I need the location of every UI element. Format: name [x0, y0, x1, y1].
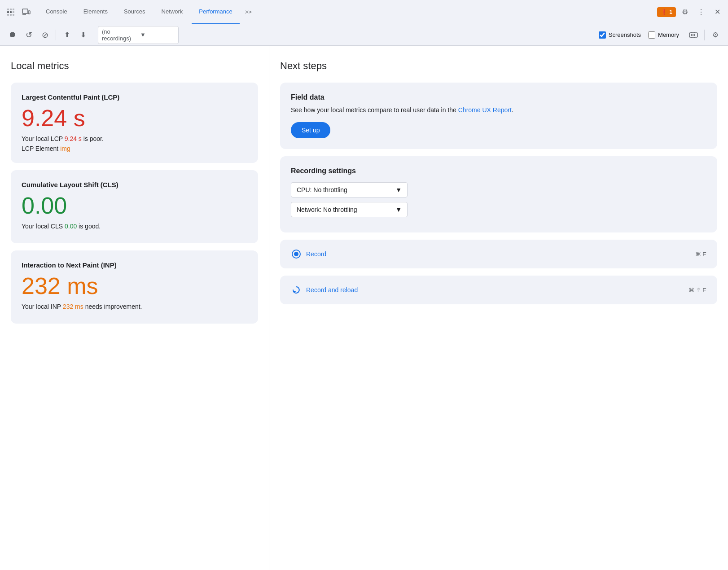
memory-check[interactable]: Memory: [648, 31, 679, 39]
cls-desc-prefix: Your local CLS: [22, 223, 65, 230]
load-profile-button[interactable]: ⬆: [60, 28, 74, 42]
field-data-desc-before: See how your local metrics compare to re…: [291, 106, 458, 114]
memory-checkbox[interactable]: [648, 31, 655, 39]
svg-rect-7: [10, 14, 12, 16]
inp-card: Interaction to Next Paint (INP) 232 ms Y…: [11, 250, 258, 324]
toolbar-settings-icon[interactable]: ⚙: [708, 28, 723, 42]
inp-name: Interaction to Next Paint (INP): [22, 261, 247, 269]
lcp-desc: Your local LCP 9.24 s is poor.: [22, 135, 247, 142]
svg-rect-6: [7, 14, 9, 16]
recordings-value: (no recordings): [102, 28, 136, 42]
lcp-value: 9.24 s: [22, 106, 247, 130]
inspect-icon[interactable]: [4, 5, 18, 19]
record-action-card[interactable]: Record ⌘ E: [280, 240, 717, 268]
nav-right: ❗ 1 ⚙ ⋮ ✕: [657, 5, 724, 19]
field-data-desc-after: .: [512, 106, 513, 114]
tab-sources[interactable]: Sources: [117, 0, 153, 24]
performance-toolbar: ⏺ ↺ ⊘ ⬆ ⬇ (no recordings) ▼ Screenshots …: [0, 24, 728, 46]
cls-card: Cumulative Layout Shift (CLS) 0.00 Your …: [11, 170, 258, 243]
next-steps-panel: Next steps Field data See how your local…: [269, 46, 728, 570]
network-throttling-label: Network: No throttling: [297, 206, 357, 213]
screenshots-label: Screenshots: [609, 31, 641, 38]
close-icon[interactable]: ✕: [710, 5, 724, 19]
svg-rect-5: [13, 11, 14, 13]
svg-rect-13: [691, 34, 692, 36]
record-action-label: Record: [306, 250, 326, 258]
network-throttling-dropdown[interactable]: Network: No throttling ▼: [291, 202, 408, 217]
nav-icon-group: [4, 5, 33, 19]
toolbar-sep-3: [704, 30, 705, 40]
save-profile-button[interactable]: ⬇: [76, 28, 90, 42]
reload-record-button[interactable]: ↺: [22, 28, 36, 42]
lcp-desc-suffix: is poor.: [82, 135, 104, 142]
svg-rect-8: [13, 14, 14, 16]
tab-console[interactable]: Console: [39, 0, 75, 24]
recording-settings-card: Recording settings CPU: No throttling ▼ …: [280, 156, 717, 232]
more-options-icon[interactable]: ⋮: [694, 5, 708, 19]
svg-rect-1: [10, 9, 12, 10]
record-shortcut: ⌘ E: [695, 251, 706, 258]
setup-button[interactable]: Set up: [291, 122, 330, 138]
network-dropdown-arrow: ▼: [395, 206, 402, 213]
lcp-name: Largest Contentful Paint (LCP): [22, 93, 247, 101]
recordings-dropdown[interactable]: (no recordings) ▼: [98, 26, 179, 44]
field-data-title: Field data: [291, 93, 706, 101]
memory-label: Memory: [658, 31, 679, 38]
screenshots-checkbox[interactable]: [599, 31, 606, 39]
svg-rect-4: [13, 9, 14, 10]
cpu-throttling-label: CPU: No throttling: [297, 186, 347, 193]
local-metrics-panel: Local metrics Largest Contentful Paint (…: [0, 46, 269, 570]
error-badge[interactable]: ❗ 1: [657, 7, 676, 17]
svg-rect-2: [7, 11, 9, 13]
cls-name: Cumulative Layout Shift (CLS): [22, 181, 247, 189]
tab-performance[interactable]: Performance: [192, 0, 239, 24]
svg-rect-15: [694, 34, 695, 36]
svg-rect-9: [22, 9, 28, 13]
more-tabs-button[interactable]: >>: [241, 0, 255, 24]
field-data-desc: See how your local metrics compare to re…: [291, 105, 706, 115]
svg-rect-0: [7, 9, 9, 10]
memory-icon: [686, 28, 701, 42]
cpu-dropdown-arrow: ▼: [395, 186, 402, 193]
chrome-ux-report-link[interactable]: Chrome UX Report: [458, 106, 512, 114]
clear-button[interactable]: ⊘: [38, 28, 52, 42]
recording-settings-title: Recording settings: [291, 167, 706, 175]
field-data-card: Field data See how your local metrics co…: [280, 83, 717, 149]
cls-value: 0.00: [22, 194, 247, 217]
local-metrics-title: Local metrics: [11, 60, 258, 72]
record-reload-action-card[interactable]: Record and reload ⌘ ⇧ E: [280, 276, 717, 304]
next-steps-title: Next steps: [280, 60, 717, 72]
settings-icon[interactable]: ⚙: [678, 5, 692, 19]
error-count: 1: [669, 9, 672, 15]
inp-desc-highlight: 232 ms: [63, 303, 83, 310]
svg-rect-3: [10, 11, 12, 13]
cls-desc-highlight: 0.00: [65, 223, 77, 230]
toolbar-sep-2: [94, 30, 94, 40]
main-content: Local metrics Largest Contentful Paint (…: [0, 46, 728, 570]
lcp-element-link[interactable]: img: [60, 145, 70, 152]
record-action-icon: [291, 249, 302, 259]
svg-rect-14: [693, 34, 693, 36]
devtools-nav: Console Elements Sources Network Perform…: [0, 0, 728, 24]
device-toolbar-icon[interactable]: [19, 5, 33, 19]
toolbar-sep-1: [56, 30, 56, 40]
lcp-desc-prefix: Your local LCP: [22, 135, 65, 142]
record-reload-action-label: Record and reload: [306, 286, 358, 294]
screenshots-check[interactable]: Screenshots: [599, 31, 641, 39]
lcp-card: Largest Contentful Paint (LCP) 9.24 s Yo…: [11, 83, 258, 163]
cpu-throttling-dropdown[interactable]: CPU: No throttling ▼: [291, 182, 408, 197]
lcp-desc-highlight: 9.24 s: [65, 135, 82, 142]
inp-desc-suffix: needs improvement.: [83, 303, 142, 310]
inp-value: 232 ms: [22, 274, 247, 298]
inp-desc: Your local INP 232 ms needs improvement.: [22, 303, 247, 310]
record-action-left: Record: [291, 249, 326, 259]
tab-elements[interactable]: Elements: [76, 0, 115, 24]
inp-desc-prefix: Your local INP: [22, 303, 63, 310]
record-reload-icon: [291, 285, 302, 295]
record-button[interactable]: ⏺: [5, 28, 20, 42]
cls-desc: Your local CLS 0.00 is good.: [22, 223, 247, 230]
toolbar-checks: Screenshots Memory: [599, 28, 701, 42]
tab-network[interactable]: Network: [154, 0, 190, 24]
svg-rect-10: [28, 11, 30, 14]
dropdown-arrow-icon: ▼: [140, 31, 175, 38]
